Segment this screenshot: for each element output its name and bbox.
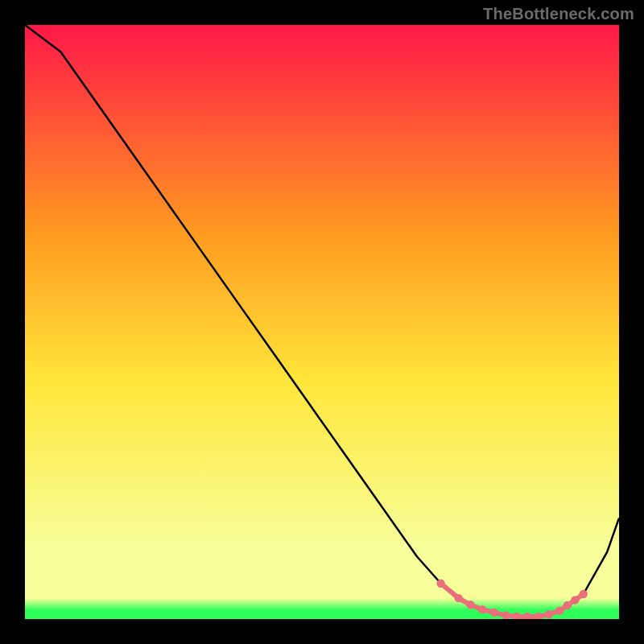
marker-dot	[466, 601, 474, 609]
attribution-text: TheBottleneck.com	[483, 5, 634, 23]
plot-area	[25, 25, 619, 619]
marker-dot	[555, 606, 564, 614]
chart-frame: TheBottleneck.com	[0, 0, 644, 644]
marker-dot	[571, 596, 579, 604]
marker-dot	[564, 601, 572, 609]
marker-dot	[478, 605, 486, 613]
marker-dot	[545, 610, 553, 618]
marker-dot	[455, 594, 463, 602]
chart-svg	[25, 25, 619, 619]
marker-dot	[580, 590, 588, 598]
marker-dot	[436, 580, 444, 588]
marker-dot	[490, 609, 498, 617]
chart-background	[25, 25, 619, 619]
